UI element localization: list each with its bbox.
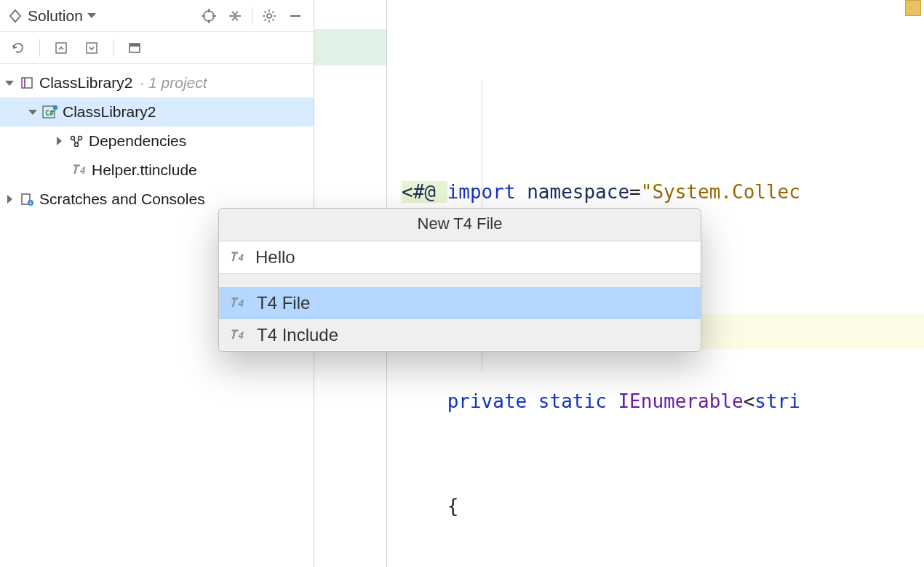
toolbar-divider [113, 39, 113, 57]
svg-point-0 [204, 11, 214, 21]
dependencies-icon [68, 133, 84, 149]
sidebar-toolbar: Solution [0, 0, 314, 32]
t4-file-icon: T4 [229, 295, 248, 311]
chevron-down-icon[interactable] [28, 107, 38, 117]
svg-point-23 [53, 105, 57, 110]
svg-line-14 [272, 11, 274, 12]
svg-rect-20 [22, 78, 32, 88]
tree-label: Helper.ttinclude [92, 161, 197, 179]
t4-file-icon: T4 [68, 162, 87, 178]
gear-icon[interactable] [258, 5, 280, 27]
svg-rect-17 [87, 43, 97, 53]
svg-rect-19 [130, 44, 140, 47]
csharp-project-icon: C# [42, 104, 58, 120]
svg-point-25 [79, 137, 82, 140]
template-label: T4 File [257, 293, 310, 313]
code-token: private [447, 390, 527, 412]
solution-icon [7, 8, 23, 24]
new-file-dialog: New T4 File T4 T4 T4 File T4 T4 Include [218, 208, 701, 352]
template-t4-include[interactable]: T4 T4 Include [219, 319, 701, 351]
toolbar-divider [39, 39, 40, 57]
target-icon[interactable] [198, 5, 220, 27]
sidebar-title-group[interactable]: Solution [7, 7, 194, 25]
scratches-icon [19, 191, 35, 207]
code-token: "System.Collec [641, 181, 800, 203]
code-token: static [538, 390, 607, 412]
sidebar-title: Solution [28, 7, 83, 25]
dialog-separator [219, 274, 701, 287]
tree-label: ClassLibrary2 [63, 103, 156, 121]
tree-project[interactable]: C# ClassLibrary2 [0, 97, 314, 126]
svg-point-26 [75, 143, 79, 147]
sidebar-secondary-toolbar [0, 32, 314, 64]
dialog-title: New T4 File [219, 209, 701, 241]
code-token: { [447, 495, 459, 517]
refresh-icon[interactable] [7, 37, 29, 59]
chevron-down-icon[interactable] [4, 78, 15, 88]
tree-file[interactable]: T4 Helper.ttinclude [0, 156, 314, 185]
chevron-down-icon [87, 13, 96, 18]
collapse-icon[interactable] [81, 37, 103, 59]
tree-hint: · 1 project [140, 74, 207, 92]
warning-marker [905, 0, 921, 16]
chevron-right-icon[interactable] [54, 136, 64, 146]
code-token: namespace [516, 181, 630, 203]
dialog-input-row: T4 [219, 241, 701, 274]
code-token: = [629, 181, 641, 203]
svg-text:C#: C# [45, 109, 54, 117]
chevron-right-icon[interactable] [4, 194, 15, 204]
solution-node-icon [19, 75, 35, 91]
code-token: stri [754, 390, 800, 412]
t4-file-icon: T4 [229, 327, 248, 343]
tree-solution-root[interactable]: ClassLibrary2 · 1 project [0, 68, 314, 97]
toolbar-divider [252, 7, 252, 25]
tree-label: Dependencies [89, 132, 186, 150]
tree-label: ClassLibrary2 [39, 74, 132, 92]
tree-label: Scratches and Consoles [39, 190, 205, 208]
dialog-template-list: T4 T4 File T4 T4 Include [219, 287, 701, 351]
code-token: < [744, 390, 755, 412]
svg-point-6 [267, 14, 271, 18]
expand-icon[interactable] [50, 37, 72, 59]
minimize-icon[interactable] [284, 5, 306, 27]
svg-line-13 [265, 19, 266, 20]
code-token: <#@ [402, 181, 447, 203]
svg-point-24 [71, 137, 75, 140]
template-t4-file[interactable]: T4 T4 File [219, 287, 701, 319]
svg-line-12 [272, 19, 274, 20]
code-token: IEnumerable [618, 390, 743, 412]
gutter-highlight [314, 29, 386, 65]
tree-dependencies[interactable]: Dependencies [0, 126, 314, 156]
t4-file-icon: T4 [229, 249, 248, 265]
template-label: T4 Include [257, 325, 338, 345]
window-icon[interactable] [124, 37, 146, 59]
filename-input[interactable] [255, 247, 690, 268]
svg-line-11 [265, 11, 266, 12]
collapse-all-icon[interactable] [224, 5, 246, 27]
